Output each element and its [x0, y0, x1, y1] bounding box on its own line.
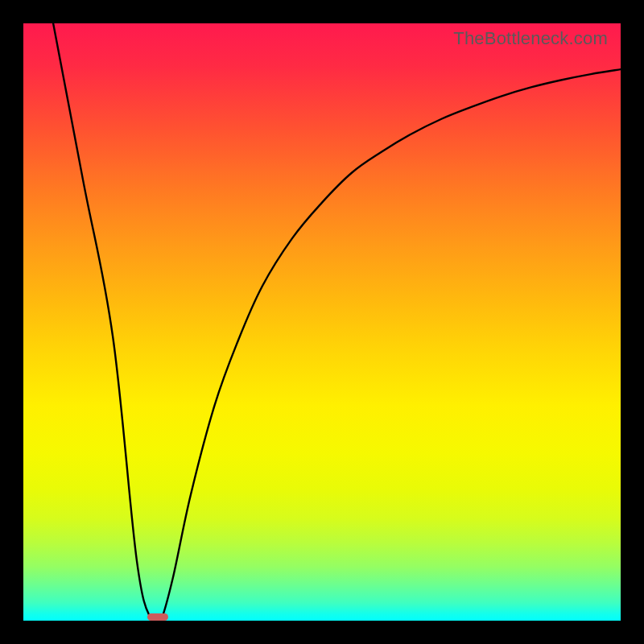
optimal-point-marker	[147, 613, 169, 621]
chart-frame: TheBottleneck.com	[0, 0, 644, 644]
bottleneck-curve	[53, 23, 621, 621]
plot-area: TheBottleneck.com	[23, 23, 621, 621]
chart-svg	[23, 23, 621, 621]
